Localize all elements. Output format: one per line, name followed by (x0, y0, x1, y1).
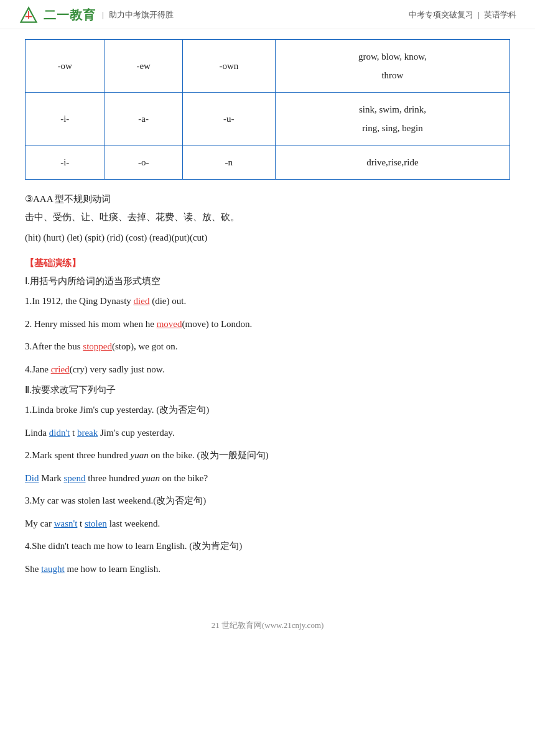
table-row: -ow -ew -own grow, blow, know,throw (26, 40, 510, 93)
exercise-item-2: 2. Henry missed his mom when he moved(mo… (25, 315, 510, 333)
table-cell-examples: sink, swim, drink,ring, sing, begin (275, 93, 509, 145)
rw2-answer2: spend (64, 473, 86, 483)
table-cell-examples: drive,rise,ride (275, 145, 509, 180)
exercise-item-4: 4.Jane cried(cry) very sadly just now. (25, 361, 510, 379)
table-cell-col1: -i- (26, 145, 105, 180)
rewrite-item-3-original: 3.My car was stolen last weekend.(改为否定句) (25, 492, 510, 510)
header-right: 中考专项突破复习 | 英语学科 (409, 9, 516, 21)
subtitle-subject: 英语学科 (484, 10, 516, 19)
rewrite-item-3-answer: My car wasn't t stolen last weekend. (25, 515, 510, 533)
brand-name: 二一教育 (44, 7, 96, 24)
table-cell-col3: -u- (182, 93, 275, 145)
ex4-text-after: (cry) very sadly just now. (70, 364, 165, 374)
ex3-text-after: (stop), we got on. (112, 341, 177, 351)
header-slogan: 助力中考旗开得胜 (109, 9, 174, 21)
ex3-text-before: 3.After the bus (25, 341, 83, 351)
ex2-text-before: 2. Henry missed his mom when he (25, 319, 157, 329)
rw1-answer2: break (77, 428, 98, 438)
exercise-item-3: 3.After the bus stopped(stop), we got on… (25, 338, 510, 356)
rw2-text4: on the bike? (160, 473, 208, 483)
rw2-text2: Mark (39, 473, 64, 483)
table-cell-col1: -ow (26, 40, 105, 93)
aaa-title: ③AAA 型不规则动词 (25, 193, 510, 205)
practice-title: 【基础演练】 (25, 257, 510, 269)
rw2-italic: yuan (131, 450, 149, 460)
verb-table: -ow -ew -own grow, blow, know,throw -i- … (25, 39, 510, 180)
aaa-english: (hit) (hurt) (let) (spit) (rid) (cost) (… (25, 229, 510, 246)
rewrite-item-2-answer: Did Mark spend three hundred yuan on the… (25, 469, 510, 487)
header-divider: | (102, 10, 104, 20)
rw2-text3: three hundred (86, 473, 142, 483)
rw1-answer1: didn't (49, 428, 70, 438)
section2-title: Ⅱ.按要求改写下列句子 (25, 384, 510, 396)
table-cell-col3: -n (182, 145, 275, 180)
ex3-answer: stopped (83, 341, 112, 351)
table-cell-col2: -a- (105, 93, 182, 145)
ex2-answer: moved (157, 319, 182, 329)
ex4-text-before: 4.Jane (25, 364, 51, 374)
table-cell-col2: -o- (105, 145, 182, 180)
ex4-answer: cried (51, 364, 70, 374)
main-content: -ow -ew -own grow, blow, know,throw -i- … (0, 29, 535, 601)
page-footer: 21 世纪教育网(www.21cnjy.com) (0, 620, 535, 641)
rewrite-item-2-original: 2.Mark spent three hundred yuan on the b… (25, 446, 510, 464)
table-cell-col3: -own (182, 40, 275, 93)
rewrite-item-1-original: 1.Linda broke Jim's cup yesterday. (改为否定… (25, 401, 510, 419)
table-cell-col2: -ew (105, 40, 182, 93)
rewrite-item-1-answer: Linda didn't t break Jim's cup yesterday… (25, 424, 510, 442)
table-cell-col1: -i- (26, 93, 105, 145)
ex1-text-before: 1.In 1912, the Qing Dynasty (25, 296, 134, 306)
rw1-text1: Linda (25, 428, 49, 438)
rewrite-item-4-original: 4.She didn't teach me how to learn Engli… (25, 537, 510, 555)
table-row: -i- -a- -u- sink, swim, drink,ring, sing… (26, 93, 510, 145)
table-row: -i- -o- -n drive,rise,ride (26, 145, 510, 180)
rw4-text2: me how to learn English. (65, 564, 160, 574)
rw3-answer2: stolen (85, 519, 107, 528)
rw2-italic: yuan (142, 473, 160, 483)
rw4-answer1: taught (41, 564, 65, 574)
header-left: 二一教育 | 助力中考旗开得胜 (19, 6, 174, 24)
rw3-text1: My car (25, 519, 54, 528)
ex2-text-after: (move) to London. (182, 319, 252, 329)
rw3-answer1: wasn't (54, 519, 78, 528)
page-header: 二一教育 | 助力中考旗开得胜 中考专项突破复习 | 英语学科 (0, 0, 535, 29)
rewrite-item-4-answer: She taught me how to learn English. (25, 560, 510, 578)
aaa-chinese: 击中、受伤、让、吐痰、去掉、花费、读、放、砍。 (25, 209, 510, 226)
section1-title: Ⅰ.用括号内所给词的适当形式填空 (25, 275, 510, 287)
exercise-item-1: 1.In 1912, the Qing Dynasty died (die) o… (25, 292, 510, 310)
rw4-text1: She (25, 564, 41, 574)
logo-icon (19, 6, 39, 24)
rw1-text2: t (70, 428, 77, 438)
rw3-text2: t (77, 519, 85, 528)
rw1-text3: Jim's cup yesterday. (98, 428, 174, 438)
ex1-text-after: (die) out. (149, 296, 186, 306)
subtitle-label: 中考专项突破复习 (409, 10, 473, 19)
subtitle-sep: | (478, 10, 482, 19)
rw3-text3: last weekend. (107, 519, 160, 528)
rw2-answer1: Did (25, 473, 39, 483)
footer-text: 21 世纪教育网(www.21cnjy.com) (212, 620, 324, 630)
table-cell-examples: grow, blow, know,throw (275, 40, 509, 93)
ex1-answer: died (134, 296, 150, 306)
